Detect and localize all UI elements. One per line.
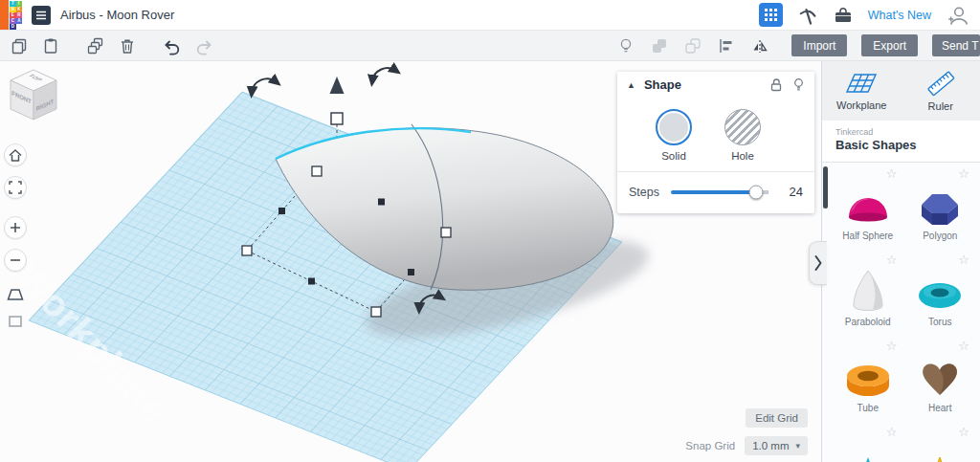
solid-option[interactable]: Solid: [656, 109, 692, 162]
edit-toolbar: Import Export Send T: [0, 31, 980, 61]
hole-label: Hole: [731, 150, 754, 162]
zoom-out-button[interactable]: [4, 249, 27, 272]
paste-icon: [41, 36, 60, 55]
height-handle[interactable]: [331, 113, 343, 124]
steps-slider[interactable]: [671, 190, 768, 194]
fit-view-icon: [9, 181, 22, 194]
raise-handle-cone[interactable]: [330, 77, 345, 94]
redo-button[interactable]: [194, 36, 213, 55]
snap-grid-dropdown[interactable]: 1.0 mm ▾: [745, 436, 808, 455]
shape-list[interactable]: ☆ Half Sphere ☆: [822, 163, 980, 462]
favorite-star-icon[interactable]: ☆: [958, 166, 969, 181]
scrollbar-thumb[interactable]: [823, 166, 828, 209]
heart-icon: [915, 355, 965, 401]
snap-grid-value: 1.0 mm: [752, 440, 789, 451]
hole-swatch: [724, 109, 761, 145]
hole-option[interactable]: Hole: [724, 109, 761, 162]
shape-tile-half-sphere[interactable]: ☆ Half Sphere: [835, 168, 901, 241]
logo-letter-empty: [16, 24, 23, 30]
toolbox-button[interactable]: [833, 6, 854, 25]
send-to-button[interactable]: Send T: [932, 34, 980, 56]
redo-icon: [194, 36, 213, 55]
export-button[interactable]: Export: [861, 34, 918, 56]
category-label: Basic Shapes: [835, 138, 967, 152]
paste-button[interactable]: [41, 36, 60, 55]
main-area: Workplane: [0, 61, 980, 462]
steps-slider-knob[interactable]: [748, 185, 763, 199]
apps-grid-button[interactable]: [759, 3, 783, 27]
shape-tile-star-yellow[interactable]: ☆: [908, 427, 973, 462]
undo-icon: [163, 36, 182, 55]
padlock-icon: [769, 77, 783, 92]
shape-tile-polygon[interactable]: ☆ Polygon: [908, 168, 973, 241]
lightbulb-small-icon: [792, 77, 805, 92]
mirror-icon: [750, 36, 769, 55]
shape-tile-torus[interactable]: ☆ Torus: [908, 254, 973, 327]
plus-icon: [10, 222, 21, 233]
shape-category-dropdown[interactable]: Tinkercad Basic Shapes: [822, 121, 980, 163]
profile-avatar[interactable]: [946, 3, 970, 28]
ruler-tool-button[interactable]: Ruler: [902, 61, 980, 121]
grid-icon: [765, 9, 777, 21]
ungroup-button[interactable]: [683, 36, 702, 55]
tinkercad-logo-bar: [0, 0, 9, 30]
favorite-star-icon[interactable]: ☆: [886, 166, 898, 181]
fit-view-button[interactable]: [4, 176, 27, 199]
whats-new-link[interactable]: What's New: [868, 9, 931, 22]
delete-button[interactable]: [118, 36, 137, 55]
shape-tile-paraboloid[interactable]: ☆ Paraboloid: [835, 254, 901, 327]
group-icon: [650, 36, 669, 55]
favorite-star-icon[interactable]: ☆: [958, 339, 969, 353]
paraboloid-icon: [843, 267, 893, 315]
zoom-in-button[interactable]: [4, 216, 27, 239]
polygon-icon: [915, 183, 965, 229]
view-cube[interactable]: TOP FRONT RIGHT: [6, 67, 61, 128]
trash-icon: [118, 36, 137, 55]
document-title: Airbus - Moon Rover: [60, 8, 174, 22]
lock-button[interactable]: [769, 77, 783, 92]
align-button[interactable]: [717, 36, 736, 55]
show-all-button[interactable]: [616, 36, 635, 55]
home-view-button[interactable]: [4, 143, 27, 166]
edit-toolbar-right: Import Export Send T: [616, 34, 980, 56]
favorite-star-icon[interactable]: ☆: [958, 253, 969, 267]
shape-tile-label: Half Sphere: [842, 231, 893, 241]
duplicate-button[interactable]: [86, 36, 105, 55]
shape-tile-tube[interactable]: ☆ Tube: [835, 341, 901, 413]
favorite-star-icon[interactable]: ☆: [886, 425, 898, 439]
mirror-button[interactable]: [750, 36, 769, 55]
shape-tile-label: Torus: [928, 317, 951, 327]
design-menu-icon[interactable]: [32, 6, 51, 25]
collapse-inspector-icon[interactable]: ▲: [627, 80, 635, 90]
perspective-view-button[interactable]: [4, 285, 27, 304]
inspector-header: ▲ Shape: [617, 72, 814, 98]
import-button[interactable]: Import: [791, 34, 847, 56]
shape-tile-heart[interactable]: ☆ Heart: [908, 341, 973, 413]
steps-row: Steps 24: [617, 171, 814, 213]
star-teal-icon: [843, 453, 893, 462]
tinkercad-logo[interactable]: T I N K E R C A D: [10, 1, 22, 30]
hide-button[interactable]: [792, 77, 805, 92]
copy-button[interactable]: [10, 36, 29, 55]
person-plus-icon: [946, 3, 970, 28]
duplicate-icon: [86, 36, 105, 55]
favorite-star-icon[interactable]: ☆: [886, 253, 898, 267]
minecraft-pickaxe-button[interactable]: [797, 5, 818, 26]
home-icon: [8, 148, 23, 163]
shape-tile-star-teal[interactable]: ☆: [835, 427, 901, 462]
favorite-star-icon[interactable]: ☆: [886, 339, 898, 353]
chevron-right-icon: [813, 249, 823, 277]
orthographic-view-button[interactable]: [4, 312, 27, 331]
collapse-panel-tab[interactable]: [809, 241, 827, 285]
topbar-actions: What's New: [759, 3, 980, 28]
undo-button[interactable]: [163, 36, 182, 55]
edit-toolbar-left: [10, 36, 213, 55]
workplane-tool-button[interactable]: Workplane: [822, 61, 902, 121]
edit-grid-button[interactable]: Edit Grid: [746, 408, 808, 428]
ruler-tool-label: Ruler: [928, 100, 953, 112]
shape-tile-label: Polygon: [923, 231, 957, 241]
3d-canvas[interactable]: Workplane: [0, 61, 821, 462]
shape-tile-label: Tube: [858, 403, 879, 413]
favorite-star-icon[interactable]: ☆: [958, 425, 969, 439]
group-button[interactable]: [650, 36, 669, 55]
